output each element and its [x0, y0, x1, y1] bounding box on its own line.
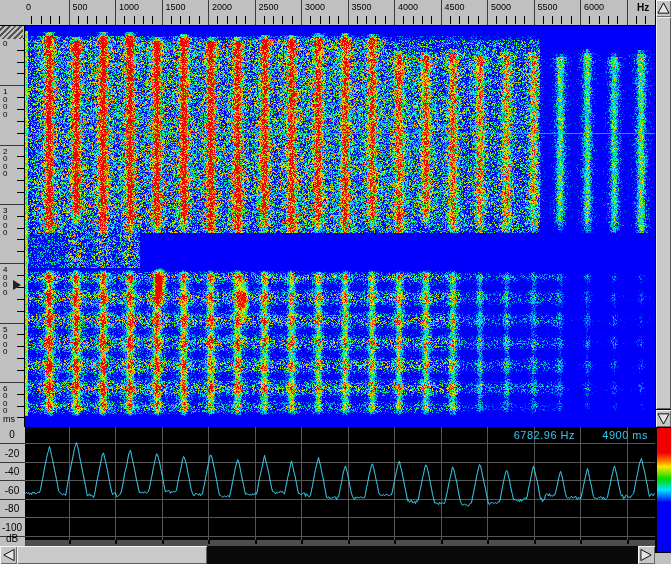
- readout-frequency: 6782.96 Hz: [514, 429, 575, 441]
- time-tick-label: 1 0 0 0: [3, 88, 7, 118]
- spectrogram-window: 0500100015002000250030003500400045005000…: [0, 0, 671, 564]
- level-tick-label: -40: [0, 466, 24, 477]
- frequency-tick-label: 5000: [491, 2, 511, 12]
- corner-box-bottom-right: [655, 553, 671, 564]
- level-tick-label: -100: [0, 522, 24, 533]
- time-tick-label: 4 0 0 0: [3, 266, 7, 296]
- level-unit-label: dB: [0, 533, 24, 544]
- frequency-tick-label: 3000: [305, 2, 325, 12]
- frequency-tick-label: 500: [73, 2, 88, 12]
- spectrum-plot[interactable]: [25, 427, 655, 546]
- level-tick-label: -20: [0, 448, 24, 459]
- frequency-tick-label: 4500: [445, 2, 465, 12]
- frequency-tick-label: 2500: [259, 2, 279, 12]
- scroll-right-button[interactable]: [638, 546, 655, 564]
- frequency-tick-label: 0: [26, 2, 31, 12]
- level-ruler: 0-20-40-60-80-100 dB: [0, 427, 25, 546]
- frequency-tick-label: 4000: [398, 2, 418, 12]
- time-unit-label: ms: [3, 414, 15, 424]
- horizontal-scrollbar[interactable]: [0, 546, 655, 564]
- frequency-ruler: 0500100015002000250030003500400045005000…: [25, 0, 655, 26]
- frequency-tick-label: 1500: [166, 2, 186, 12]
- vertical-scrollbar[interactable]: [655, 0, 671, 427]
- arrow-down-icon: [657, 412, 670, 425]
- horizontal-scrollbar-thumb[interactable]: [17, 546, 207, 564]
- arrow-left-icon: [2, 548, 15, 562]
- playhead-marker-icon[interactable]: [13, 280, 21, 290]
- spectrum-panel[interactable]: 6782.96 Hz 4900 ms: [25, 427, 655, 546]
- frequency-tick-label: 6000: [584, 2, 604, 12]
- vertical-scrollbar-thumb[interactable]: [656, 17, 671, 410]
- arrow-up-icon: [657, 2, 670, 15]
- frequency-tick-label: 1000: [119, 2, 139, 12]
- color-scale-gradient: [657, 428, 671, 552]
- spectrogram-view[interactable]: [25, 26, 655, 427]
- time-tick-label: 2 0 0 0: [3, 148, 7, 178]
- color-scale: [655, 427, 671, 553]
- arrow-right-icon: [640, 548, 653, 562]
- frequency-tick-label: 3500: [352, 2, 372, 12]
- corner-box-top-left: [0, 0, 25, 26]
- scroll-left-button[interactable]: [0, 546, 17, 564]
- level-tick-label: -80: [0, 503, 24, 514]
- time-tick-label: 0: [3, 40, 7, 48]
- level-tick-label: -60: [0, 485, 24, 496]
- scroll-up-button[interactable]: [656, 0, 671, 17]
- readout-time: 4900 ms: [602, 429, 648, 441]
- frequency-unit-label: Hz: [637, 2, 649, 13]
- frequency-tick-label: 5500: [538, 2, 558, 12]
- time-tick-label: 6 0 0 0: [3, 385, 7, 415]
- scroll-down-button[interactable]: [656, 410, 671, 427]
- level-tick-label: 0: [0, 429, 24, 440]
- ruler-origin-hatch: [0, 26, 23, 39]
- time-tick-label: 3 0 0 0: [3, 207, 7, 237]
- frequency-tick-label: 2000: [212, 2, 232, 12]
- time-ruler: 01 0 0 02 0 0 03 0 0 04 0 0 05 0 0 06 0 …: [0, 26, 25, 427]
- time-tick-label: 5 0 0 0: [3, 326, 7, 356]
